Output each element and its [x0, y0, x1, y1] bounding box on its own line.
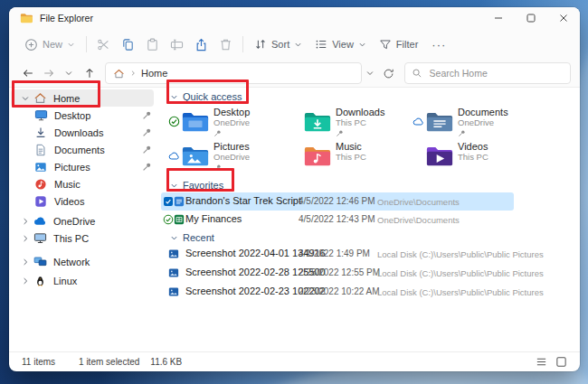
sidebar-item-linux[interactable]: Linux: [11, 272, 154, 289]
pin-icon: [458, 129, 466, 137]
file-name: Brandon's Star Trek Script: [185, 195, 301, 206]
address-bar: Home: [9, 60, 580, 88]
cloud-status-icon: [168, 150, 180, 162]
status-bar: 11 items 1 item selected 11.6 KB: [9, 351, 580, 371]
minimize-button[interactable]: [482, 7, 515, 29]
music-note-icon: [33, 177, 48, 191]
sidebar-item-downloads[interactable]: Downloads: [11, 124, 154, 141]
sidebar-item-desktop[interactable]: Desktop: [11, 107, 154, 124]
tile-videos[interactable]: Videos This PC: [413, 140, 532, 173]
folder-documents-icon: [425, 109, 454, 134]
forward-button[interactable]: [39, 63, 60, 84]
sidebar-item-documents[interactable]: Documents: [11, 141, 154, 158]
tile-desktop[interactable]: Desktop OneDrive: [168, 106, 288, 139]
scissors-icon: [97, 38, 110, 52]
file-row[interactable]: Screenshot 2022-04-01 134916 4/1/2022 1:…: [161, 245, 580, 264]
filter-button[interactable]: Filter: [373, 34, 424, 54]
quick-access-header[interactable]: Quick access: [161, 89, 580, 104]
copy-button[interactable]: [116, 33, 140, 56]
more-options-button[interactable]: ···: [424, 38, 453, 52]
close-button[interactable]: [547, 7, 580, 29]
chevron-right-icon[interactable]: [19, 258, 31, 267]
file-row[interactable]: Screenshot 2022-02-28 125500 2/28/2022 1…: [161, 264, 580, 283]
share-button[interactable]: [189, 33, 213, 56]
breadcrumb[interactable]: Home: [141, 68, 167, 79]
tile-pictures[interactable]: Pictures OneDrive: [168, 140, 288, 173]
new-button[interactable]: New: [18, 34, 81, 55]
up-button[interactable]: [80, 63, 100, 84]
tile-name: Documents: [458, 107, 508, 117]
paste-button[interactable]: [140, 33, 165, 56]
sidebar-item-videos[interactable]: Videos: [11, 192, 154, 210]
file-date: 4/1/2022 1:49 PM: [299, 248, 370, 258]
pin-icon: [213, 129, 222, 137]
tile-name: Music: [336, 141, 366, 152]
rename-button[interactable]: [165, 33, 189, 56]
checkbox-checked-icon[interactable]: [164, 197, 173, 206]
details-view-icon[interactable]: [536, 356, 547, 368]
recent-locations-button[interactable]: [59, 63, 80, 84]
arrow-right-icon: [43, 67, 55, 80]
large-icons-view-icon[interactable]: [555, 356, 567, 368]
pin-icon: [213, 164, 222, 172]
search-input[interactable]: [428, 67, 549, 80]
file-row-selected[interactable]: Brandon's Star Trek Script 4/5/2022 12:4…: [161, 192, 580, 211]
sidebar-item-home[interactable]: Home: [11, 89, 154, 107]
refresh-button[interactable]: [378, 63, 399, 84]
folder-downloads-icon: [303, 109, 332, 134]
home-icon: [33, 91, 47, 105]
delete-button[interactable]: [213, 33, 238, 56]
command-bar: New Sort View Filter: [9, 29, 580, 60]
view-button[interactable]: View: [308, 34, 373, 54]
chevron-right-icon[interactable]: [19, 234, 31, 243]
refresh-icon: [383, 68, 394, 80]
pin-icon: [336, 129, 344, 137]
chevron-down-icon[interactable]: [19, 94, 31, 103]
sidebar-item-pictures[interactable]: Pictures: [11, 158, 154, 175]
toolbar-separator: [86, 36, 87, 52]
sidebar-item-onedrive[interactable]: OneDrive: [11, 212, 154, 229]
recent-header[interactable]: Recent: [161, 230, 580, 245]
back-button[interactable]: [18, 63, 39, 84]
sort-button[interactable]: Sort: [248, 34, 308, 54]
sidebar-item-music[interactable]: Music: [11, 175, 154, 192]
file-location: OneDrive\Documents: [377, 197, 460, 207]
file-row[interactable]: My Finances 4/5/2022 12:43 PM OneDrive\D…: [161, 211, 580, 229]
sidebar-item-network[interactable]: Network: [11, 253, 154, 270]
file-location: Local Disk (C:)\Users\Public\Public Pict…: [377, 287, 544, 297]
sidebar-item-this-pc[interactable]: This PC: [11, 229, 154, 247]
item-count: 11 items: [22, 357, 55, 367]
search-box[interactable]: [404, 62, 571, 84]
tile-location: This PC: [336, 117, 384, 127]
chevron-right-icon[interactable]: [19, 276, 31, 286]
chevron-down-icon[interactable]: [170, 182, 178, 190]
image-file-icon: [168, 248, 179, 259]
tile-location: OneDrive: [213, 117, 250, 127]
tile-documents[interactable]: Documents OneDrive: [413, 106, 532, 139]
chevron-down-icon[interactable]: [170, 234, 178, 242]
file-location: OneDrive\Documents: [377, 215, 460, 225]
file-list-pane: Quick access Desktop OneDrive: [161, 88, 580, 351]
pin-icon: [142, 127, 152, 137]
folder-icon: [20, 13, 33, 23]
maximize-button[interactable]: [515, 7, 547, 29]
cloud-status-icon: [413, 116, 424, 127]
word-document-icon: [174, 196, 185, 207]
cut-button[interactable]: [91, 33, 116, 56]
tile-music[interactable]: Music This PC: [290, 140, 410, 173]
chevron-right-icon[interactable]: [19, 217, 31, 226]
file-explorer-window: File Explorer New Sort: [9, 7, 580, 371]
tile-location: OneDrive: [458, 117, 508, 127]
title-bar: File Explorer: [9, 7, 580, 29]
address-input[interactable]: Home: [105, 62, 362, 84]
address-dropdown-button[interactable]: [362, 69, 378, 78]
image-file-icon: [168, 286, 179, 297]
paste-icon: [146, 38, 159, 52]
tile-downloads[interactable]: Downloads This PC: [290, 106, 410, 139]
favorites-header[interactable]: Favorites: [161, 178, 580, 192]
sidebar-item-label: Music: [54, 179, 154, 190]
linux-penguin-icon: [33, 274, 47, 287]
folder-desktop-icon: [181, 109, 210, 134]
chevron-down-icon[interactable]: [170, 93, 178, 101]
file-row[interactable]: Screenshot 2022-02-23 102202 2/23/2022 1…: [161, 283, 580, 302]
